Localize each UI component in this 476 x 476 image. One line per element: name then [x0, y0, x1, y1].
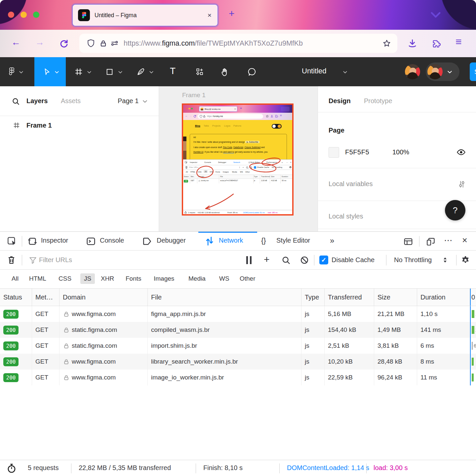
disable-cache-label[interactable]: Disable Cache — [332, 256, 375, 264]
page-opacity-value[interactable]: 100% — [392, 148, 409, 156]
dock-icon[interactable] — [404, 238, 413, 245]
inspector-icon[interactable] — [28, 237, 37, 245]
tab-layers[interactable]: Layers — [26, 97, 48, 105]
lock-icon[interactable] — [100, 40, 107, 47]
responsive-mode-icon[interactable] — [426, 238, 435, 246]
stopwatch-icon[interactable] — [7, 463, 16, 473]
file-title-chevron-icon[interactable] — [343, 71, 347, 73]
list-tabs-chevron-icon[interactable] — [431, 12, 441, 18]
col-status[interactable]: Status — [0, 289, 32, 306]
console-icon[interactable] — [87, 237, 95, 245]
tab-style-editor[interactable]: Style Editor — [276, 237, 310, 244]
shield-icon[interactable] — [87, 39, 95, 47]
local-styles-label[interactable]: Local styles — [329, 213, 363, 220]
page-color-swatch[interactable] — [329, 147, 339, 158]
cat-css[interactable]: CSS — [59, 275, 71, 282]
throttling-select[interactable]: No Throttling — [394, 256, 432, 264]
visibility-eye-icon[interactable] — [456, 149, 466, 155]
variables-sliders-icon[interactable] — [458, 180, 465, 188]
cat-other[interactable]: Other — [240, 275, 256, 282]
downloads-icon[interactable] — [408, 39, 417, 48]
file-title[interactable]: Untitled — [302, 67, 327, 75]
cat-js-active[interactable]: JS — [80, 273, 95, 284]
col-file[interactable]: File — [148, 289, 301, 306]
cat-ws[interactable]: WS — [219, 275, 229, 282]
throttling-sort-icon[interactable] — [443, 257, 447, 263]
table-row[interactable]: 200 GET www.figma.com library_search_wor… — [0, 354, 476, 370]
minimize-window-button[interactable] — [20, 12, 27, 18]
tab-design[interactable]: Design — [329, 97, 351, 105]
frame-tool-chevron-icon[interactable] — [87, 71, 91, 73]
url-bar[interactable]: https://www.figma.com/file/TWEptMYAKhT5X… — [79, 34, 397, 53]
clear-requests-trash-icon[interactable] — [7, 256, 16, 264]
figma-main-menu-icon[interactable] — [9, 67, 15, 76]
frame-tool-icon[interactable] — [75, 68, 83, 76]
move-tool-chevron-icon[interactable] — [55, 71, 59, 73]
main-menu-chevron-icon[interactable] — [19, 71, 23, 73]
cat-all[interactable]: All — [12, 275, 19, 282]
cat-fonts[interactable]: Fonts — [126, 275, 141, 282]
page-selector-chevron-icon[interactable] — [143, 100, 147, 103]
col-duration[interactable]: Duration — [417, 289, 470, 306]
move-tool-button[interactable] — [34, 57, 66, 86]
actions-components-icon[interactable] — [196, 68, 204, 76]
devtools-more-icon[interactable]: ⋯ — [444, 235, 453, 246]
col-size[interactable]: Size — [374, 289, 417, 306]
maximize-window-button[interactable] — [33, 12, 39, 18]
tab-assets[interactable]: Assets — [61, 97, 81, 105]
text-tool-icon[interactable]: T — [170, 66, 176, 76]
url-text[interactable]: https://www.figma.com/file/TWEptMYAKhT5X… — [124, 39, 303, 48]
pen-tool-chevron-icon[interactable] — [149, 71, 153, 73]
cat-xhr[interactable]: XHR — [101, 275, 114, 282]
col-domain[interactable]: Domain — [60, 289, 148, 306]
tab-console[interactable]: Console — [100, 237, 124, 244]
close-window-button[interactable] — [8, 12, 14, 18]
add-request-icon[interactable]: + — [264, 254, 270, 265]
more-tabs-overflow-icon[interactable]: » — [330, 236, 334, 245]
col-waterfall[interactable]: 0 — [470, 289, 476, 306]
filter-urls-input[interactable]: Filter URLs — [39, 256, 72, 264]
block-requests-icon[interactable] — [300, 256, 309, 264]
shape-tool-chevron-icon[interactable] — [118, 71, 122, 73]
page-color-value[interactable]: F5F5F5 — [345, 148, 369, 156]
frame-label[interactable]: Frame 1 — [182, 92, 206, 99]
bookmark-star-icon[interactable] — [383, 39, 391, 47]
pick-element-icon[interactable] — [7, 237, 17, 246]
close-tab-icon[interactable]: × — [208, 11, 212, 19]
tab-network[interactable]: Network — [219, 237, 243, 244]
menu-hamburger-icon[interactable]: ≡ — [456, 36, 462, 48]
tab-inspector[interactable]: Inspector — [41, 237, 68, 244]
devtools-close-icon[interactable]: × — [462, 235, 467, 246]
tab-prototype[interactable]: Prototype — [364, 97, 392, 105]
col-transferred[interactable]: Transferred — [325, 289, 374, 306]
forward-icon[interactable]: → — [35, 37, 44, 48]
shape-tool-icon[interactable] — [106, 68, 113, 76]
cat-html[interactable]: HTML — [29, 275, 46, 282]
domcontentloaded-time[interactable]: DOMContentLoaded: 1,14 s — [287, 464, 369, 472]
search-icon[interactable] — [12, 98, 20, 105]
help-button[interactable]: ? — [445, 200, 465, 220]
search-requests-icon[interactable] — [282, 256, 290, 264]
cat-images[interactable]: Images — [154, 275, 174, 282]
table-row[interactable]: 200 GET www.figma.com image_io_worker.mi… — [0, 370, 476, 385]
comment-tool-icon[interactable] — [248, 68, 256, 76]
col-type[interactable]: Type — [301, 289, 325, 306]
network-settings-gear-icon[interactable] — [461, 256, 470, 265]
debugger-icon[interactable] — [143, 237, 151, 245]
table-row[interactable]: 200 GET www.figma.com figma_app.min.js.b… — [0, 306, 476, 322]
reload-icon[interactable] — [60, 39, 68, 48]
canvas[interactable]: Frame 1 Blog @ tonsky.me × + — [159, 86, 318, 231]
table-row[interactable]: 200 GET static.figma.com import.shim.js.… — [0, 338, 476, 354]
new-tab-button[interactable]: + — [229, 8, 235, 19]
browser-tab[interactable]: Untitled – Figma × — [72, 4, 218, 26]
local-variables-label[interactable]: Local variables — [329, 180, 373, 188]
table-row[interactable]: 200 GET static.figma.com compiled_wasm.j… — [0, 322, 476, 338]
back-icon[interactable]: ← — [11, 37, 20, 48]
extensions-puzzle-icon[interactable] — [432, 39, 441, 48]
hand-tool-icon[interactable] — [221, 67, 229, 76]
page-selector[interactable]: Page 1 — [118, 97, 139, 105]
disable-cache-checkbox[interactable]: ✓ — [319, 256, 328, 264]
collaborator-avatar[interactable] — [405, 64, 420, 79]
pen-tool-icon[interactable] — [137, 68, 145, 76]
current-user-menu[interactable] — [426, 62, 459, 81]
